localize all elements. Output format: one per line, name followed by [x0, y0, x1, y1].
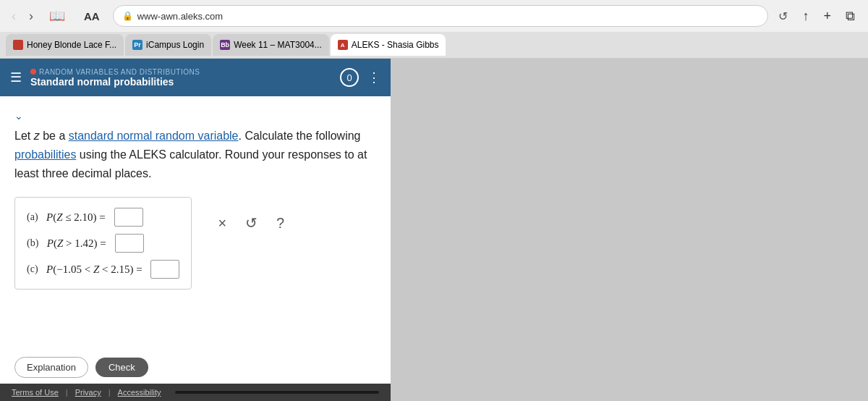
share-button[interactable]: ↑ [798, 7, 813, 25]
add-tab-button[interactable]: + [819, 7, 835, 25]
prob-input-b[interactable] [115, 234, 144, 253]
tab-label-aleks: ALEKS - Shasia Gibbs [352, 40, 439, 50]
footer-divider-2: | [109, 388, 111, 397]
prob-input-c[interactable] [150, 260, 179, 279]
progress-bar [175, 391, 379, 394]
prob-row-b: (b) P(Z > 1.42) = [27, 234, 179, 253]
browser-top-bar: ‹ › 📖 AA 🔒 www-awn.aleks.com ↺ ↑ + ⧉ [0, 0, 868, 32]
score-circle-button[interactable]: 0 [340, 68, 359, 87]
content-area: ☰ RANDOM VARIABLES AND DISTRIBUTIONS Sta… [0, 59, 868, 401]
tab-aleks[interactable]: A ALEKS - Shasia Gibbs [331, 34, 446, 56]
accessibility-link[interactable]: Accessibility [118, 388, 161, 397]
tab-favicon-week11: Bb [220, 40, 230, 50]
close-action-button[interactable]: × [215, 212, 229, 235]
tab-label-honey: Honey Blonde Lace F... [27, 40, 116, 50]
tab-week11[interactable]: Bb Week 11 – MAT3004... [213, 34, 329, 56]
header-icons: 0 ⋮ [340, 68, 382, 87]
tab-honey-blonde[interactable]: Honey Blonde Lace F... [6, 34, 124, 56]
aleks-header: ☰ RANDOM VARIABLES AND DISTRIBUTIONS Sta… [0, 59, 391, 96]
prob-expr-c: P(−1.05 < Z < 2.15) = [46, 261, 145, 278]
problem-box: (a) P(Z ≤ 2.10) = (b) P(Z > 1.42) = (c) … [14, 197, 192, 290]
prob-row-a: (a) P(Z ≤ 2.10) = [27, 208, 179, 227]
copy-button[interactable]: ⧉ [841, 7, 859, 25]
prob-expr-a: P(Z ≤ 2.10) = [46, 208, 108, 226]
url-text: www-awn.aleks.com [137, 11, 223, 22]
answer-actions: × ↺ ? [215, 211, 287, 235]
browser-chrome: ‹ › 📖 AA 🔒 www-awn.aleks.com ↺ ↑ + ⧉ Hon… [0, 0, 868, 59]
hamburger-button[interactable]: ☰ [9, 68, 23, 87]
tab-label-week11: Week 11 – MAT3004... [234, 40, 322, 50]
tab-favicon-aleks: A [338, 40, 348, 50]
tab-label-icampus: iCampus Login [146, 40, 204, 50]
link-standard-normal[interactable]: standard normal random variable [69, 130, 239, 142]
tab-favicon-icampus: Pr [132, 40, 142, 50]
prob-label-b: (b) [27, 235, 41, 251]
aleks-panel: ☰ RANDOM VARIABLES AND DISTRIBUTIONS Sta… [0, 59, 391, 401]
aleks-footer: Terms of Use | Privacy | Accessibility [0, 384, 391, 401]
tabs-bar: Honey Blonde Lace F... Pr iCampus Login … [0, 32, 868, 58]
reader-view-button[interactable]: AA [78, 9, 106, 24]
link-probabilities[interactable]: probabilities [14, 148, 76, 161]
lock-icon: 🔒 [122, 11, 133, 21]
tab-icampus[interactable]: Pr iCampus Login [125, 34, 211, 56]
prob-input-a[interactable] [114, 208, 143, 227]
back-button[interactable]: ‹ [9, 7, 19, 25]
footer-divider-1: | [66, 388, 68, 397]
undo-action-button[interactable]: ↺ [242, 211, 260, 235]
url-bar[interactable]: 🔒 www-awn.aleks.com [113, 5, 769, 27]
header-subtitle: RANDOM VARIABLES AND DISTRIBUTIONS [30, 68, 333, 76]
prob-label-c: (c) [27, 261, 41, 277]
reload-button[interactable]: ↺ [775, 8, 791, 25]
forward-button[interactable]: › [26, 7, 36, 25]
prob-label-a: (a) [27, 209, 41, 225]
tab-favicon-honey [13, 40, 23, 50]
header-text-block: RANDOM VARIABLES AND DISTRIBUTIONS Stand… [30, 68, 333, 88]
explanation-button[interactable]: Explanation [14, 357, 88, 378]
browser-actions: ↑ + ⧉ [798, 7, 859, 25]
prob-row-c: (c) P(−1.05 < Z < 2.15) = [27, 260, 179, 279]
terms-link[interactable]: Terms of Use [12, 388, 59, 397]
more-options-button[interactable]: ⋮ [366, 68, 382, 87]
bookmarks-button[interactable]: 📖 [43, 7, 71, 25]
aleks-body: ⌄ Let z be a standard normal random vari… [0, 96, 391, 351]
prob-expr-b: P(Z > 1.42) = [47, 235, 109, 252]
help-action-button[interactable]: ? [273, 212, 287, 235]
chevron-down-icon: ⌄ [14, 108, 376, 124]
topic-title: Standard normal probabilities [30, 76, 333, 88]
bottom-buttons: Explanation Check [0, 351, 391, 384]
right-area [391, 59, 868, 401]
privacy-link[interactable]: Privacy [75, 388, 101, 397]
section-label: RANDOM VARIABLES AND DISTRIBUTIONS [39, 68, 200, 76]
status-dot [30, 69, 36, 75]
check-button[interactable]: Check [95, 358, 148, 377]
problem-text: Let z be a standard normal random variab… [14, 127, 376, 182]
